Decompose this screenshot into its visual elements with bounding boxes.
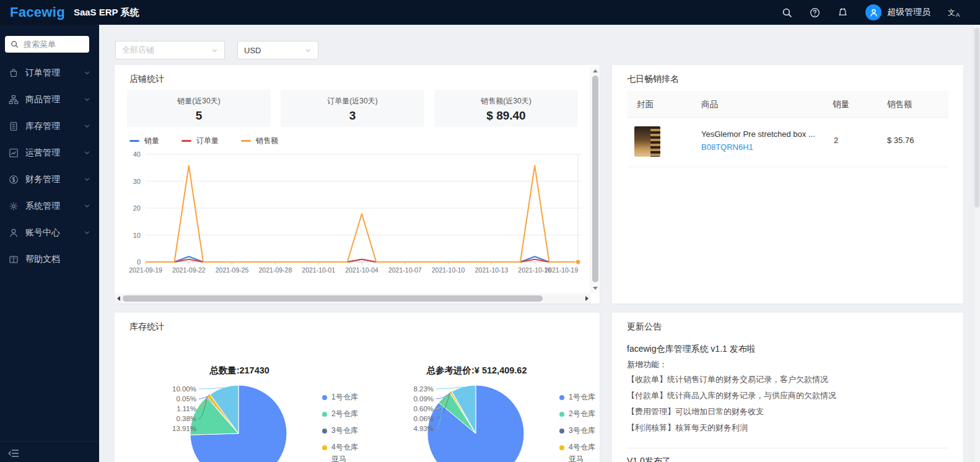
pie-legend-item[interactable]: 2号仓库 (559, 406, 595, 422)
chevron-down-icon (84, 176, 90, 183)
chart-legend: 销量订单量销售额 (129, 136, 278, 146)
inventory-stats-card: 库存统计 总数量:21743010.00%0.05%1.11%0.38%13.9… (115, 313, 600, 462)
pie-title: 总数量:217430 (121, 365, 358, 377)
legend-label: 3号仓库 (331, 425, 358, 436)
scroll-right-arrow[interactable] (585, 296, 588, 301)
svg-text:2021-09-19: 2021-09-19 (129, 266, 162, 274)
sidebar-item-orders[interactable]: 订单管理 (0, 59, 99, 86)
app-title: SaaS ERP 系统 (74, 7, 139, 19)
legend-dot (322, 395, 327, 400)
legend-dot (559, 395, 564, 400)
pie-percent-label: 0.05% (176, 395, 196, 403)
menu-fold-icon[interactable] (8, 448, 20, 458)
pie-percent-label: 0.60% (413, 405, 434, 412)
user-icon (869, 8, 878, 17)
menu-search-box[interactable] (5, 36, 89, 53)
app-logo: Facewig (10, 4, 65, 20)
product-name: YesGlemor Pre stretched box ... (701, 129, 815, 139)
stat-value: 5 (127, 109, 271, 123)
sidebar-item-label: 库存管理 (25, 121, 60, 132)
legend-label: 1号仓库 (569, 392, 595, 403)
svg-text:40: 40 (133, 150, 141, 158)
divider (627, 448, 948, 448)
pie-legend-item[interactable]: 2号仓库 (322, 406, 358, 422)
chevron-down-icon (84, 123, 90, 129)
sidebar-item-account[interactable]: 账号中心 (0, 219, 99, 246)
sidebar-item-label: 系统管理 (25, 201, 60, 212)
sidebar-item-help-docs[interactable]: 帮助文档 (0, 246, 99, 272)
menu-search-input[interactable] (22, 39, 84, 50)
sidebar-item-system[interactable]: 系统管理 (0, 193, 99, 219)
sidebar-item-products[interactable]: 商品管理 (0, 86, 99, 113)
search-icon[interactable] (782, 7, 792, 18)
legend-label: 订单量 (196, 136, 219, 146)
horizontal-scroll-thumb[interactable] (123, 295, 543, 302)
page-scrollbar[interactable] (973, 25, 980, 462)
pie-legend-item[interactable]: 1号仓库 (559, 389, 595, 406)
bell-icon[interactable] (838, 7, 848, 18)
card-vertical-scrollbar[interactable] (590, 66, 600, 293)
currency-select-value: USD (244, 46, 261, 55)
sidebar-footer (0, 441, 99, 461)
pie-percent-label: 8.23% (413, 385, 434, 393)
product-image[interactable] (634, 126, 660, 157)
chevron-down-icon (84, 69, 90, 76)
page-scroll-thumb[interactable] (974, 28, 979, 207)
user-menu[interactable]: 超级管理员 (865, 4, 930, 20)
sidebar-item-label: 订单管理 (25, 68, 60, 79)
svg-text:A: A (956, 11, 960, 18)
bestseller-card: 七日畅销排名 封面 商品 销量 销售额 YesGlemor Pre stretc… (612, 65, 963, 303)
pie-legend-item[interactable]: 3号仓库 (322, 422, 358, 439)
legend-dot (322, 412, 327, 417)
svg-text:0: 0 (137, 258, 141, 266)
legend-item-订单量[interactable]: 订单量 (182, 136, 219, 146)
svg-text:2021-10-10: 2021-10-10 (432, 266, 465, 274)
shop-select[interactable]: 全部店铺 (115, 41, 225, 59)
product-qty: 2 (834, 136, 838, 145)
username: 超级管理员 (887, 7, 930, 18)
legend-label: 亚马逊-... (331, 454, 358, 462)
legend-dot (559, 429, 564, 434)
pie-legend: 1号仓库2号仓库3号仓库4号仓库亚马逊-... (559, 389, 595, 462)
svg-text:2021-10-13: 2021-10-13 (475, 266, 509, 274)
sidebar-nav: 订单管理商品管理库存管理运营管理财务管理系统管理账号中心帮助文档 (0, 59, 99, 272)
card-horizontal-scrollbar[interactable] (115, 294, 591, 303)
table-header: 封面 商品 销量 销售额 (627, 91, 948, 118)
pie-percent-label: 1.11% (177, 405, 196, 412)
pie-legend-item[interactable]: 亚马逊-... (322, 456, 358, 462)
scroll-up-arrow[interactable] (593, 69, 598, 72)
product-sku-link[interactable]: B08TQRN6H1 (701, 142, 753, 152)
pie-legend-item[interactable]: 亚马逊-... (559, 456, 595, 462)
legend-label: 亚马逊-... (569, 454, 595, 462)
pie-legend-item[interactable]: 1号仓库 (322, 389, 358, 406)
card-title: 更新公告 (627, 321, 662, 333)
help-icon[interactable] (810, 7, 820, 18)
announcement-subheading: 新增功能： (627, 359, 667, 370)
sidebar-item-label: 财务管理 (25, 174, 60, 185)
announcement-card: 更新公告 facewig仓库管理系统 v1.1 发布啦 新增功能： 【收款单】统… (612, 313, 963, 462)
sidebar-item-finance[interactable]: 财务管理 (0, 166, 99, 193)
chevron-down-icon (305, 47, 312, 54)
legend-item-销售额[interactable]: 销售额 (241, 136, 278, 146)
avatar[interactable] (865, 4, 882, 20)
scroll-left-arrow[interactable] (117, 296, 120, 301)
legend-label: 4号仓库 (569, 442, 595, 453)
svg-text:2021-09-22: 2021-09-22 (172, 266, 206, 274)
inventory-value-pie-block: 总参考进价:¥ 512,409.628.23%0.09%0.60%0.06%4.… (358, 356, 595, 462)
pie-percent-label: 4.93% (413, 425, 434, 432)
sidebar-item-operations[interactable]: 运营管理 (0, 139, 99, 166)
legend-item-销量[interactable]: 销量 (129, 136, 159, 146)
scroll-down-arrow[interactable] (593, 287, 598, 290)
language-icon[interactable]: 文A (948, 7, 961, 18)
stat-label: 订单量(近30天) (281, 96, 424, 107)
currency-select[interactable]: USD (237, 41, 318, 59)
pie-percent-label: 13.91% (172, 425, 196, 432)
legend-label: 1号仓库 (331, 392, 358, 403)
pie-legend-item[interactable]: 3号仓库 (559, 422, 595, 439)
topbar-actions: 超级管理员 文A (782, 4, 961, 20)
shop-stats-card: 店铺统计 销量(近30天) 5 订单量(近30天) 3 销售额(近30天) $ … (115, 65, 600, 303)
stat-revenue: 销售额(近30天) $ 89.40 (434, 90, 578, 127)
vertical-scroll-thumb[interactable] (592, 76, 598, 282)
announcement-list: 【收款单】统计销售订单的财务交易记录，客户欠款情况【付款单】统计商品入库的财务记… (627, 374, 836, 438)
sidebar-item-inventory[interactable]: 库存管理 (0, 113, 99, 139)
